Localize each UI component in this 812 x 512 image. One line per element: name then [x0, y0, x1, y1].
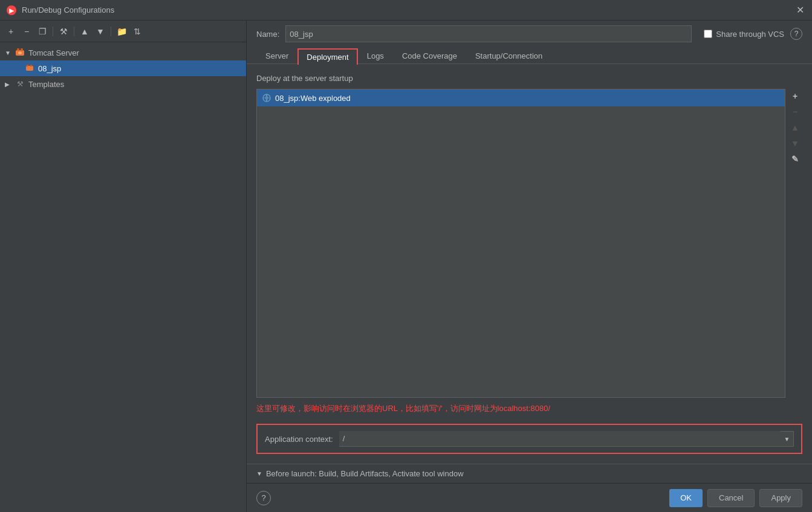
toolbar-separator-3: [111, 27, 111, 36]
deploy-up-button[interactable]: ▲: [788, 120, 802, 135]
deploy-section-title: Deploy at the server startup: [256, 74, 802, 83]
app-context-row: Application context: ▼: [265, 431, 794, 447]
deployment-list: 08_jsp:Web exploded: [256, 89, 785, 398]
help-icon-left[interactable]: ?: [256, 491, 271, 505]
toolbar-separator-1: [53, 27, 53, 36]
tree-node-templates[interactable]: ▶ ⚒ Templates: [0, 76, 246, 92]
add-config-button[interactable]: +: [4, 24, 18, 39]
before-launch-section: ▼ Before launch: Build, Build Artifacts,…: [247, 464, 812, 483]
deploy-edit-button[interactable]: ✎: [788, 152, 802, 166]
tab-startup[interactable]: Startup/Connection: [466, 47, 551, 64]
app-context-section: Application context: ▼: [256, 424, 802, 454]
app-context-label: Application context:: [265, 435, 333, 444]
app-icon: ▶: [6, 5, 17, 16]
app-context-input-wrapper: ▼: [339, 431, 794, 447]
move-down-button[interactable]: ▼: [93, 24, 108, 39]
name-input[interactable]: [285, 25, 692, 42]
dialog-title: Run/Debug Configurations: [22, 5, 794, 15]
annotation-text: 这里可修改，影响访问时在浏览器的URL，比如填写'/'，访问时网址为localh…: [256, 403, 802, 415]
deployment-item-08jsp[interactable]: 08_jsp:Web exploded: [257, 89, 785, 106]
apply-button[interactable]: Apply: [759, 489, 802, 507]
tomcat-server-label: Tomcat Server: [28, 48, 79, 57]
copy-config-button[interactable]: ❐: [35, 24, 50, 39]
app-context-input[interactable]: [339, 431, 781, 447]
chevron-down-icon: ▼: [5, 50, 15, 56]
wrench-button[interactable]: ⚒: [56, 24, 71, 39]
remove-config-button[interactable]: −: [19, 24, 34, 39]
folder-button[interactable]: 📁: [114, 24, 129, 39]
config-tree: ▼ Tomcat Server: [0, 42, 246, 512]
share-vcs-label: Share through VCS: [716, 30, 784, 39]
name-label: Name:: [256, 30, 279, 39]
tomcat-icon: [15, 48, 25, 57]
tab-logs[interactable]: Logs: [358, 47, 393, 64]
cancel-button[interactable]: Cancel: [707, 489, 755, 507]
toolbar-separator-2: [74, 27, 74, 36]
svg-text:▶: ▶: [9, 7, 15, 14]
svg-rect-4: [21, 48, 23, 51]
deployment-item-label: 08_jsp:Web exploded: [275, 94, 351, 103]
deploy-remove-button[interactable]: −: [788, 105, 802, 119]
app-context-dropdown[interactable]: ▼: [781, 431, 794, 447]
wrench-icon: ⚒: [15, 79, 25, 89]
ok-button[interactable]: OK: [669, 489, 703, 507]
share-vcs-area: Share through VCS: [704, 30, 784, 39]
toolbar: + − ❐ ⚒ ▲ ▼: [0, 21, 246, 42]
share-vcs-checkbox[interactable]: [704, 30, 712, 38]
left-panel: + − ❐ ⚒ ▲ ▼: [0, 21, 247, 512]
templates-label: Templates: [28, 80, 64, 89]
deploy-down-button[interactable]: ▼: [788, 136, 802, 151]
before-launch-text: Before launch: Build, Build Artifacts, A…: [266, 469, 464, 478]
list-side-buttons: + − ▲ ▼ ✎: [785, 89, 802, 398]
child-tomcat-icon: [24, 63, 35, 73]
help-button[interactable]: ?: [790, 28, 802, 40]
main-content: + − ❐ ⚒ ▲ ▼: [0, 21, 812, 512]
tab-deployment[interactable]: Deployment: [297, 48, 357, 65]
08jsp-label: 08_jsp: [38, 64, 61, 73]
web-exploded-icon: [262, 93, 271, 103]
dropdown-arrow-icon: ▼: [784, 436, 790, 442]
tabs-bar: Server Deployment Logs Code Coverage Sta…: [247, 47, 812, 64]
title-bar: ▶ Run/Debug Configurations ✕: [0, 0, 812, 21]
sort-button[interactable]: ⇅: [130, 24, 145, 39]
move-up-button[interactable]: ▲: [77, 24, 92, 39]
svg-point-5: [18, 52, 22, 54]
svg-rect-8: [30, 65, 32, 66]
name-row: Name: Share through VCS ?: [247, 21, 812, 47]
tab-coverage[interactable]: Code Coverage: [393, 47, 466, 64]
close-button[interactable]: ✕: [794, 4, 806, 16]
right-panel: Name: Share through VCS ? Server Deploym…: [247, 21, 812, 512]
chevron-right-icon: ▶: [5, 81, 15, 88]
deploy-add-button[interactable]: +: [788, 89, 802, 103]
svg-rect-3: [17, 48, 19, 51]
deployment-list-container: 08_jsp:Web exploded + − ▲: [256, 89, 802, 398]
run-debug-dialog: ▶ Run/Debug Configurations ✕ + − ❐ ⚒: [0, 0, 812, 512]
svg-rect-6: [26, 66, 33, 71]
svg-rect-7: [27, 65, 28, 66]
before-launch-chevron[interactable]: ▼: [256, 470, 262, 477]
tree-node-tomcat[interactable]: ▼ Tomcat Server: [0, 45, 246, 60]
deployment-tab-content: Deploy at the server startup: [247, 64, 812, 464]
tree-node-08jsp[interactable]: 08_jsp: [0, 60, 246, 76]
bottom-bar: ? OK Cancel Apply: [247, 483, 812, 512]
tab-server[interactable]: Server: [256, 47, 297, 64]
